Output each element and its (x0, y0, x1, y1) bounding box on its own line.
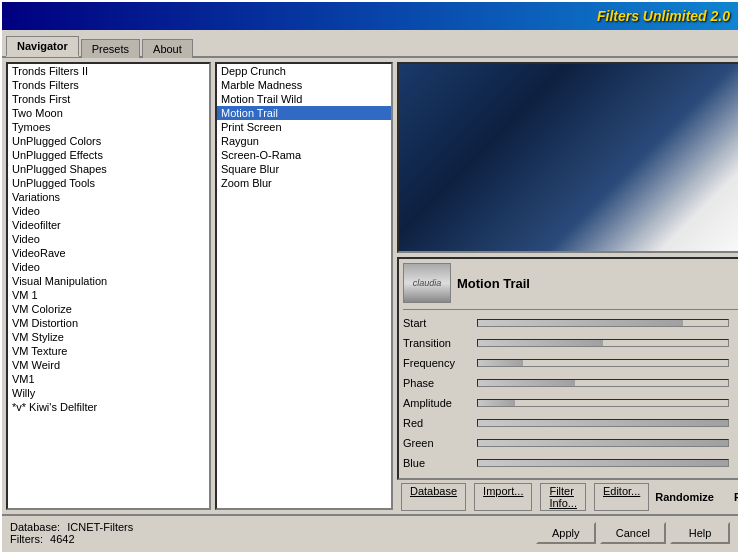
middle-list-item[interactable]: Square Blur (217, 162, 391, 176)
left-list-item[interactable]: UnPlugged Tools (8, 176, 209, 190)
slider-track-blue[interactable] (477, 459, 729, 467)
slider-row: Amplitude 15 (403, 394, 740, 412)
left-list-item[interactable]: Visual Manipulation (8, 274, 209, 288)
app-title: Filters Unlimited 2.0 (597, 8, 730, 24)
import-button[interactable]: Import... (474, 483, 532, 511)
status-text: Database: ICNET-Filters Filters: 4642 (10, 521, 528, 545)
slider-fill (478, 380, 575, 386)
slider-value: 128 (733, 337, 740, 349)
sliders-container: Start 210 Transition 128 Frequency 18 Ph… (403, 314, 740, 472)
left-list-item[interactable]: VideoRave (8, 246, 209, 260)
thumb-label: claudia (413, 278, 442, 288)
filter-info-button[interactable]: Filter Info... (540, 483, 586, 511)
slider-value: 255 (733, 457, 740, 469)
left-list-item[interactable]: Tymoes (8, 120, 209, 134)
left-list-item[interactable]: Two Moon (8, 106, 209, 120)
filters-status: Filters: 4642 (10, 533, 528, 545)
slider-value: 210 (733, 317, 740, 329)
slider-row: Red 255 (403, 414, 740, 432)
tab-navigator[interactable]: Navigator (6, 36, 79, 57)
slider-label: Green (403, 437, 473, 449)
preview-area (397, 62, 740, 253)
left-list-item[interactable]: Tronds Filters (8, 78, 209, 92)
slider-track-frequency[interactable] (477, 359, 729, 367)
slider-label: Phase (403, 377, 473, 389)
left-filter-list[interactable]: Tronds Filters IITronds FiltersTronds Fi… (6, 62, 211, 510)
filter-title: Motion Trail (457, 276, 530, 291)
slider-row: Frequency 18 (403, 354, 740, 372)
slider-row: Blue 255 (403, 454, 740, 472)
left-list-item[interactable]: Videofilter (8, 218, 209, 232)
right-panel: claudia Motion Trail Start 210 Transitio… (397, 62, 740, 510)
middle-filter-list[interactable]: Depp CrunchMarble MadnessMotion Trail Wi… (215, 62, 393, 510)
left-list-item[interactable]: UnPlugged Shapes (8, 162, 209, 176)
left-list-item[interactable]: Tronds Filters II (8, 64, 209, 78)
left-list-item[interactable]: VM Colorize (8, 302, 209, 316)
middle-list-item[interactable]: Depp Crunch (217, 64, 391, 78)
filter-title-row: claudia Motion Trail (403, 263, 740, 303)
slider-label: Transition (403, 337, 473, 349)
left-list-item[interactable]: UnPlugged Colors (8, 134, 209, 148)
slider-value: 255 (733, 417, 740, 429)
slider-value: 99 (733, 377, 740, 389)
slider-label: Blue (403, 457, 473, 469)
slider-fill (478, 360, 523, 366)
slider-label: Red (403, 417, 473, 429)
slider-track-start[interactable] (477, 319, 729, 327)
left-list-item[interactable]: Video (8, 260, 209, 274)
slider-fill (478, 320, 683, 326)
left-list-item[interactable]: *v* Kiwi's Delfilter (8, 400, 209, 414)
middle-list-item[interactable]: Zoom Blur (217, 176, 391, 190)
middle-list-item[interactable]: Marble Madness (217, 78, 391, 92)
middle-list-item[interactable]: Screen-O-Rama (217, 148, 391, 162)
controls-panel: claudia Motion Trail Start 210 Transitio… (397, 257, 740, 480)
middle-list-item[interactable]: Motion Trail Wild (217, 92, 391, 106)
randomize-button[interactable]: Randomize (649, 490, 720, 504)
slider-track-phase[interactable] (477, 379, 729, 387)
slider-row: Start 210 (403, 314, 740, 332)
editor-button[interactable]: Editor... (594, 483, 649, 511)
middle-list-item[interactable]: Print Screen (217, 120, 391, 134)
reset-button[interactable]: Reset (728, 490, 740, 504)
help-button[interactable]: Help (670, 522, 730, 544)
tab-presets[interactable]: Presets (81, 39, 140, 58)
database-button[interactable]: Database (401, 483, 466, 511)
slider-track-transition[interactable] (477, 339, 729, 347)
slider-fill (478, 400, 515, 406)
bottom-toolbar: Database Import... Filter Info... Editor… (397, 484, 740, 510)
left-list-item[interactable]: Variations (8, 190, 209, 204)
slider-row: Phase 99 (403, 374, 740, 392)
left-list-item[interactable]: Video (8, 204, 209, 218)
left-list-item[interactable]: VM Stylize (8, 330, 209, 344)
slider-fill (478, 440, 728, 446)
left-list-item[interactable]: Willy (8, 386, 209, 400)
left-list-item[interactable]: VM 1 (8, 288, 209, 302)
slider-track-green[interactable] (477, 439, 729, 447)
slider-fill (478, 420, 728, 426)
slider-fill (478, 460, 728, 466)
slider-label: Frequency (403, 357, 473, 369)
left-list-item[interactable]: VM1 (8, 372, 209, 386)
left-list-item[interactable]: VM Texture (8, 344, 209, 358)
tab-about[interactable]: About (142, 39, 193, 58)
filter-thumbnail: claudia (403, 263, 451, 303)
left-list-item[interactable]: VM Distortion (8, 316, 209, 330)
slider-row: Transition 128 (403, 334, 740, 352)
slider-row: Green 255 (403, 434, 740, 452)
slider-track-amplitude[interactable] (477, 399, 729, 407)
middle-list-item[interactable]: Motion Trail (217, 106, 391, 120)
middle-list-item[interactable]: Raygun (217, 134, 391, 148)
cancel-button[interactable]: Cancel (600, 522, 666, 544)
left-list-item[interactable]: VM Weird (8, 358, 209, 372)
slider-track-red[interactable] (477, 419, 729, 427)
apply-button[interactable]: Apply (536, 522, 596, 544)
slider-label: Start (403, 317, 473, 329)
slider-fill (478, 340, 603, 346)
slider-label: Amplitude (403, 397, 473, 409)
slider-value: 18 (733, 357, 740, 369)
left-list-item[interactable]: UnPlugged Effects (8, 148, 209, 162)
left-list-item[interactable]: Tronds First (8, 92, 209, 106)
left-list-item[interactable]: Video (8, 232, 209, 246)
action-buttons: Apply Cancel Help (536, 522, 730, 544)
status-bar: Database: ICNET-Filters Filters: 4642 Ap… (2, 514, 738, 550)
